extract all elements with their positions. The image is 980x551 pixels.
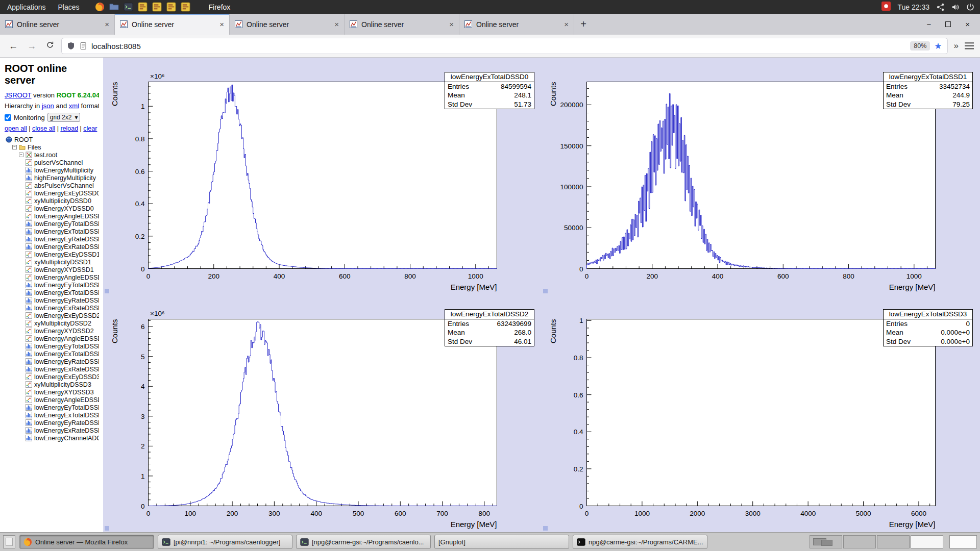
action-reload[interactable]: reload [60, 125, 78, 132]
bookmark-star-icon[interactable]: ★ [934, 41, 942, 52]
tree-item-lowEnergyAngleEDSSD2[interactable]: lowEnergyAngleEDSSD2 [5, 335, 99, 342]
tree-item-lowEnergyExEyDSSD2[interactable]: lowEnergyExEyDSSD2 [5, 312, 99, 319]
action-open-all[interactable]: open all [5, 125, 27, 132]
tree-item-lowEnergyEyTotalDSSD1[interactable]: lowEnergyEyTotalDSSD1 [5, 281, 99, 289]
tree-item-lowEnergyXYDSSD3[interactable]: lowEnergyXYDSSD3 [5, 388, 99, 396]
action-clear[interactable]: clear [83, 125, 97, 132]
action-close-all[interactable]: close all [32, 125, 55, 132]
workspace-4[interactable] [911, 535, 943, 548]
tree-item-lowEnergyExRateDSSD3[interactable]: lowEnergyExRateDSSD3 [5, 427, 99, 434]
tree-item-lowEnergyExTotalDSSD1[interactable]: lowEnergyExTotalDSSD1 [5, 289, 99, 296]
tree-item-lowEnergyEyRateDSSD1[interactable]: lowEnergyEyRateDSSD1 [5, 296, 99, 304]
reload-button[interactable] [43, 41, 57, 52]
taskbar-window-3[interactable]: [npg@carme-gsi:~/Programs/caenlo... [296, 535, 431, 549]
tab-close-button[interactable]: × [449, 20, 454, 29]
shield-icon[interactable] [67, 42, 75, 50]
collapse-toggle[interactable]: − [12, 145, 17, 149]
zoom-level-badge[interactable]: 80% [910, 41, 930, 51]
page-info-icon[interactable] [79, 42, 87, 50]
forward-button[interactable]: → [24, 41, 39, 52]
tree-item-xyMultiplicityDSSD3[interactable]: xyMultiplicityDSSD3 [5, 381, 99, 388]
terminal-launcher-icon[interactable] [124, 2, 133, 12]
xterm-launcher-icon[interactable] [152, 2, 162, 12]
pad-anchor[interactable] [105, 526, 109, 531]
pad-lowEnergyExTotalDSSD3[interactable]: 010002000300040005000600000.20.40.60.81E… [542, 295, 980, 532]
tree-item-ROOT[interactable]: ROOT [5, 136, 99, 143]
files-launcher-icon[interactable] [109, 2, 119, 12]
tab-3-online-server[interactable]: Online server× [230, 14, 345, 35]
tree-item-lowEnergyXYDSSD2[interactable]: lowEnergyXYDSSD2 [5, 327, 99, 335]
workspace-3[interactable] [877, 535, 910, 548]
tree-item-lowEnergyExEyDSSD1[interactable]: lowEnergyExEyDSSD1 [5, 251, 99, 258]
tree-item-lowEnergyEyTotalDSSD0[interactable]: lowEnergyEyTotalDSSD0 [5, 220, 99, 228]
collapse-toggle[interactable]: − [19, 153, 23, 157]
taskbar-tray[interactable] [949, 535, 977, 548]
tree-item-lowEnergyExRateDSSD1[interactable]: lowEnergyExRateDSSD1 [5, 304, 99, 312]
url-bar[interactable]: localhost:8085 80% ★ [61, 38, 948, 54]
network-icon[interactable] [936, 3, 945, 12]
close-window-button[interactable]: × [965, 20, 970, 29]
tree-item-highEnergyMultiplicity[interactable]: highEnergyMultiplicity [5, 174, 99, 182]
hamburger-menu-icon[interactable] [965, 42, 974, 50]
taskbar-window-1[interactable]: Online server — Mozilla Firefox [19, 535, 154, 549]
pad-anchor[interactable] [543, 526, 548, 531]
grid-layout-select[interactable]: grid 2x2▾ [47, 113, 81, 122]
pad-lowEnergyExTotalDSSD1[interactable]: 0200400600800100005000010000015000020000… [542, 58, 980, 295]
tree-item-xyMultiplicityDSSD2[interactable]: xyMultiplicityDSSD2 [5, 319, 99, 327]
tree-item-absPulserVsChannel[interactable]: absPulserVsChannel [5, 182, 99, 189]
tab-close-button[interactable]: × [564, 20, 569, 29]
tree-item-xyMultiplicityDSSD0[interactable]: xyMultiplicityDSSD0 [5, 197, 99, 205]
xterm-launcher-icon[interactable] [138, 2, 148, 12]
tree-item-lowEnergyAngleEDSSD0[interactable]: lowEnergyAngleEDSSD0 [5, 212, 99, 220]
taskbar-window-4[interactable]: [Gnuplot] [434, 535, 569, 549]
tab-5-online-server[interactable]: Online server× [459, 14, 574, 35]
tree-item-lowEnergyEyRateDSSD0[interactable]: lowEnergyEyRateDSSD0 [5, 235, 99, 243]
tree-item-lowEnergyAngleEDSSD3[interactable]: lowEnergyAngleEDSSD3 [5, 396, 99, 404]
tree-item-lowEnergyExTotalDSSD3[interactable]: lowEnergyExTotalDSSD3 [5, 411, 99, 419]
tree-item-lowEnergyXYDSSD0[interactable]: lowEnergyXYDSSD0 [5, 205, 99, 212]
new-tab-button[interactable]: + [574, 14, 593, 35]
tree-item-lowEnergyExEyDSSD3[interactable]: lowEnergyExEyDSSD3 [5, 373, 99, 381]
pad-anchor[interactable] [543, 289, 548, 293]
back-button[interactable]: ← [6, 41, 20, 52]
tree-item-lowEnergyEyRateDSSD2[interactable]: lowEnergyEyRateDSSD2 [5, 358, 99, 365]
power-icon[interactable] [966, 3, 975, 12]
json-link[interactable]: json [42, 102, 54, 110]
tab-close-button[interactable]: × [334, 20, 339, 29]
taskbar-window-2[interactable]: [pi@nnrpi1: ~/Programs/caenlogger] [158, 535, 292, 549]
tree-item-Files[interactable]: −Files [5, 143, 99, 151]
workspace-2[interactable] [843, 535, 876, 548]
tree-item-pulserVsChannel[interactable]: pulserVsChannel [5, 159, 99, 166]
pad-lowEnergyExTotalDSSD0[interactable]: 0200400600800100000.20.40.60.81Energy [M… [103, 58, 542, 295]
xml-link[interactable]: xml [69, 102, 79, 110]
minimize-button[interactable]: − [926, 20, 931, 29]
tree-item-lowEnergyXYDSSD1[interactable]: lowEnergyXYDSSD1 [5, 266, 99, 273]
stats-box[interactable]: lowEnergyExTotalDSSD3Entries0Mean0.000e+… [883, 309, 973, 346]
stats-box[interactable]: lowEnergyExTotalDSSD2Entries632439699Mea… [445, 309, 534, 346]
tree-item-lowEnergyMultiplicity[interactable]: lowEnergyMultiplicity [5, 166, 99, 174]
firefox-launcher-icon[interactable] [95, 2, 105, 12]
xterm-launcher-icon[interactable] [166, 2, 176, 12]
tree-item-lowEnergyEyTotalDSSD3[interactable]: lowEnergyEyTotalDSSD3 [5, 404, 99, 411]
tab-close-button[interactable]: × [219, 20, 224, 29]
tree-item-lowEnergyExEyDSSD0[interactable]: lowEnergyExEyDSSD0 [5, 189, 99, 197]
stats-box[interactable]: lowEnergyExTotalDSSD0Entries84599594Mean… [445, 72, 534, 109]
xterm-launcher-icon[interactable] [181, 2, 190, 12]
tree-item-lowEnergyEyRateDSSD3[interactable]: lowEnergyEyRateDSSD3 [5, 419, 99, 427]
tree-item-lowEnergyEyTotalDSSD2[interactable]: lowEnergyEyTotalDSSD2 [5, 342, 99, 350]
jsroot-link[interactable]: JSROOT [5, 91, 32, 99]
tree-item-lowEnergyExTotalDSSD2[interactable]: lowEnergyExTotalDSSD2 [5, 350, 99, 358]
workspace-1[interactable] [810, 535, 842, 548]
tree-item-test-root[interactable]: −test.root [5, 151, 99, 159]
overflow-menu-chevrons[interactable]: » [952, 41, 961, 51]
show-desktop-button[interactable] [3, 535, 15, 548]
tab-4-online-server[interactable]: Online server× [345, 14, 459, 35]
tree-item-lowEnergyChannelADC[interactable]: lowEnergyChannelADC [5, 434, 99, 442]
tree-item-xyMultiplicityDSSD1[interactable]: xyMultiplicityDSSD1 [5, 258, 99, 266]
maximize-button[interactable] [945, 21, 951, 27]
tab-2-online-server[interactable]: Online server× [115, 14, 230, 35]
tab-close-button[interactable]: × [105, 20, 109, 29]
tree-item-lowEnergyAngleEDSSD1[interactable]: lowEnergyAngleEDSSD1 [5, 273, 99, 281]
taskbar-window-5[interactable]: npg@carme-gsi:~/Programs/CARME... [573, 535, 707, 549]
monitoring-checkbox[interactable] [5, 114, 11, 121]
